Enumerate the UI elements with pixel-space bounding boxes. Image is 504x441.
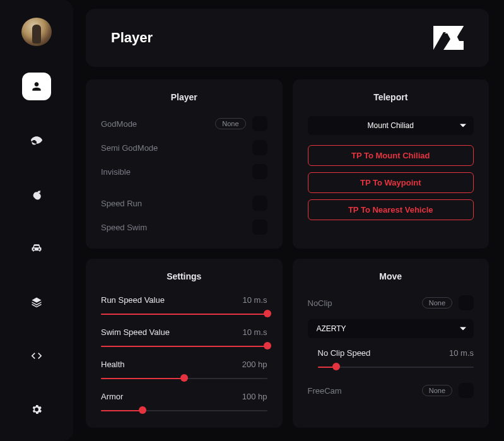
gear-icon [30, 403, 43, 416]
label: Speed Run [101, 199, 246, 208]
keybind-badge[interactable]: None [215, 118, 245, 129]
slider-value: 200 hp [242, 360, 267, 369]
label: Invisible [101, 167, 246, 177]
svg-rect-2 [433, 26, 450, 32]
bomb-icon [30, 188, 43, 201]
row-speed-run: Speed Run [101, 196, 267, 211]
row-godmode: GodMode None [101, 116, 267, 131]
code-icon [30, 350, 43, 362]
toggle-speed-run[interactable] [252, 196, 267, 211]
label: Speed Swim [101, 223, 246, 232]
slider-run-speed: Run Speed Value 10 m.s [101, 295, 267, 317]
slider-label: Health [101, 360, 125, 369]
panel-player: Player GodMode None Semi GodMode Invisib… [86, 79, 283, 249]
tp-to-waypoint-button[interactable]: TP To Waypoint [308, 172, 474, 193]
panel-title: Settings [101, 271, 267, 281]
eye-icon [30, 134, 43, 146]
panel-move: Move NoClip None AZERTY No Clip Speed 10… [293, 259, 489, 428]
slider-track[interactable] [101, 342, 267, 350]
toggle-freecam[interactable] [459, 383, 474, 398]
page-title: Player [111, 30, 153, 46]
sidebar-item-dev[interactable] [22, 342, 51, 369]
slider-label: Run Speed Value [101, 295, 165, 305]
sidebar-item-player[interactable] [22, 73, 51, 100]
slider-label: Armor [101, 392, 123, 401]
tp-to-location-button[interactable]: TP To Mount Chiliad [308, 145, 474, 166]
slider-noclip-speed: No Clip Speed 10 m.s [308, 348, 474, 370]
teleport-select-wrap: Mount Chiliad [308, 116, 474, 135]
panel-title: Player [101, 92, 267, 102]
logo-icon [433, 26, 464, 50]
slider-track[interactable] [318, 363, 474, 370]
layout-select-wrap: AZERTY [308, 319, 474, 338]
slider-value: 10 m.s [449, 348, 474, 358]
car-icon [30, 242, 43, 254]
slider-track[interactable] [101, 374, 267, 382]
label: FreeCam [308, 386, 422, 396]
row-noclip: NoClip None [308, 295, 474, 310]
sidebar-item-visual[interactable] [22, 127, 51, 154]
slider-label: No Clip Speed [318, 348, 371, 358]
sidebar-item-vehicle[interactable] [22, 234, 51, 261]
label: GodMode [101, 119, 215, 129]
sidebar-item-weapons[interactable] [22, 180, 51, 208]
row-freecam: FreeCam None [308, 383, 474, 398]
tp-to-nearest-vehicle-button[interactable]: TP To Nearest Vehicle [308, 199, 474, 220]
user-icon [30, 80, 43, 93]
keybind-badge[interactable]: None [422, 385, 452, 396]
toggle-invisible[interactable] [252, 164, 267, 179]
panels: Player GodMode None Semi GodMode Invisib… [86, 79, 489, 428]
panel-teleport: Teleport Mount Chiliad TP To Mount Chili… [293, 79, 489, 249]
toggle-noclip[interactable] [459, 295, 474, 310]
slider-label: Swim Speed Value [101, 327, 170, 337]
avatar[interactable] [21, 18, 52, 46]
label: NoClip [308, 298, 422, 308]
row-invisible: Invisible [101, 164, 267, 179]
toggle-speed-swim[interactable] [252, 220, 267, 235]
panel-title: Move [308, 271, 474, 281]
slider-swim-speed: Swim Speed Value 10 m.s [101, 327, 267, 350]
slider-track[interactable] [101, 406, 267, 414]
header: Player [86, 9, 489, 67]
logo [433, 26, 464, 50]
slider-value: 10 m.s [242, 295, 267, 305]
row-speed-swim: Speed Swim [101, 220, 267, 235]
panel-settings: Settings Run Speed Value 10 m.s Swim Spe… [86, 259, 283, 428]
sidebar-item-misc[interactable] [22, 288, 51, 315]
app: Player Player GodMode None [0, 0, 504, 441]
keyboard-layout-select[interactable]: AZERTY [308, 319, 474, 338]
slider-health: Health 200 hp [101, 360, 267, 382]
toggle-godmode[interactable] [252, 116, 267, 131]
panel-title: Teleport [308, 92, 474, 102]
toggle-semi-godmode[interactable] [252, 140, 267, 155]
teleport-location-select[interactable]: Mount Chiliad [308, 116, 474, 135]
slider-armor: Armor 100 hp [101, 392, 267, 414]
main: Player Player GodMode None [73, 0, 504, 441]
keybind-badge[interactable]: None [422, 297, 452, 309]
label: Semi GodMode [101, 143, 246, 153]
sidebar-item-settings[interactable] [22, 396, 51, 423]
slider-value: 10 m.s [242, 327, 267, 337]
slider-value: 100 hp [242, 392, 267, 401]
sidebar [0, 0, 73, 441]
layers-icon [30, 296, 43, 309]
slider-track[interactable] [101, 310, 267, 317]
row-semi-godmode: Semi GodMode [101, 140, 267, 155]
